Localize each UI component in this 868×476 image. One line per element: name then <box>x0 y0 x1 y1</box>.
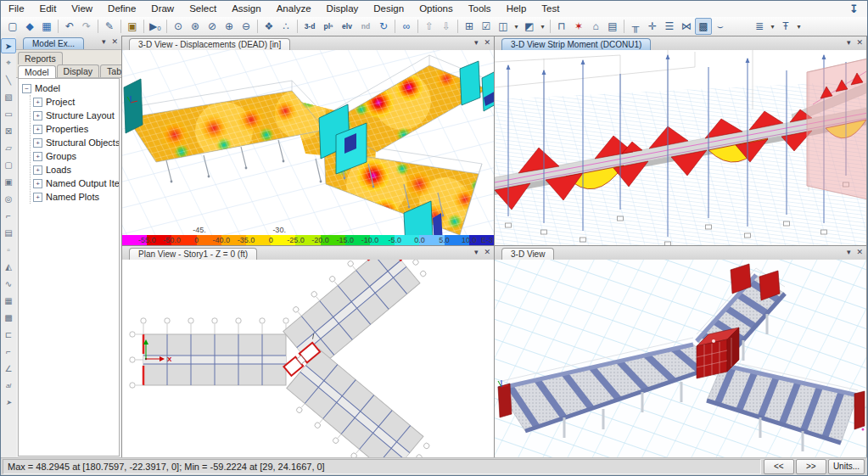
expand-icon[interactable]: + <box>33 193 42 202</box>
tendon-icon[interactable]: ⋈ <box>678 18 695 35</box>
model-3d-drawing[interactable] <box>495 260 866 457</box>
support-icon[interactable]: ╥ <box>627 18 644 35</box>
menu-tools[interactable]: Tools <box>461 1 499 17</box>
viewport-close-icon[interactable]: ✕ <box>484 38 490 47</box>
restore-full-view-icon[interactable]: ⊛ <box>187 18 204 35</box>
lock-model-icon[interactable]: ▣ <box>124 18 141 35</box>
previous-message-button[interactable]: << <box>764 459 794 474</box>
panel-close-icon[interactable]: ✕ <box>111 37 118 46</box>
section-designer-icon[interactable]: ⌣ <box>712 18 729 35</box>
viewport-close-icon[interactable]: ✕ <box>856 38 863 47</box>
strip-moment-canvas[interactable] <box>495 50 866 245</box>
model-explorer-tab[interactable]: Model Ex... <box>23 37 84 49</box>
view-3d-icon[interactable]: 3-d <box>300 18 319 35</box>
draw-area-icon[interactable]: ▱ <box>1 140 16 155</box>
quick-draw-point-icon[interactable]: ✶ <box>570 18 587 35</box>
next-message-button[interactable]: >> <box>796 459 826 474</box>
draw-pencil-icon[interactable]: ✎ <box>101 18 118 35</box>
object-model-view-icon[interactable]: ◫ <box>495 18 512 35</box>
draw-wall-icon[interactable]: ⌐ <box>1 208 16 223</box>
menu-edit[interactable]: Edit <box>32 1 64 17</box>
undo-icon[interactable]: ↶ <box>61 18 78 35</box>
show-top-face-icon[interactable]: ≣ <box>751 18 768 35</box>
viewport-menu-icon[interactable]: ▾ <box>847 38 851 47</box>
menu-test[interactable]: Test <box>534 1 567 17</box>
shrink-toggle-icon[interactable]: ⊞ <box>461 18 478 35</box>
tree-item[interactable]: + Groups <box>33 149 119 163</box>
view-elevation-icon[interactable]: elv <box>338 18 356 35</box>
menu-design[interactable]: Design <box>366 1 412 17</box>
tree-item[interactable]: + Structure Layout <box>33 109 119 122</box>
deselect-icon[interactable]: ⊠ <box>1 123 16 138</box>
corner-tool-icon[interactable]: ⌐ <box>1 344 16 359</box>
expand-icon[interactable]: + <box>33 179 42 188</box>
section-cut-icon[interactable]: ⊏ <box>1 327 16 342</box>
tree-item[interactable]: + Loads <box>33 163 119 176</box>
collapse-icon[interactable]: − <box>22 84 31 93</box>
menu-select[interactable]: Select <box>182 1 224 17</box>
menu-display[interactable]: Display <box>319 1 367 17</box>
plan-view-canvas[interactable]: X <box>122 260 494 457</box>
displacements-canvas[interactable]: -45. -30. -55.0-50.00-40.0-35.00-25.0-20… <box>122 50 494 245</box>
load-display-icon[interactable]: ☰ <box>661 18 678 35</box>
menu-options[interactable]: Options <box>412 1 461 17</box>
tree-item[interactable]: + Named Output Items <box>33 176 119 190</box>
pointer-small-icon[interactable]: ➤ <box>1 395 16 410</box>
reshape-object-icon[interactable]: ⌖ <box>1 55 16 70</box>
menu-view[interactable]: View <box>64 1 100 17</box>
move-down-list-icon[interactable]: ⇩ <box>438 18 455 35</box>
run-analysis-icon[interactable]: ▶₀ <box>147 18 164 35</box>
select-poly-icon[interactable]: ▧ <box>1 89 16 104</box>
point-assign-icon[interactable]: ✛ <box>644 18 661 35</box>
rotate-3d-view-icon[interactable]: ↻ <box>375 18 392 35</box>
menu-analyze[interactable]: Analyze <box>269 1 319 17</box>
tree-item[interactable]: + Project <box>33 95 119 109</box>
expand-icon[interactable]: + <box>33 138 42 148</box>
draw-line-icon[interactable]: ╲ <box>1 72 16 87</box>
tree-item[interactable]: + Structural Objects <box>33 136 119 149</box>
view-plan-icon[interactable]: plⁿ <box>319 18 338 35</box>
view-named-icon[interactable]: nd <box>356 18 375 35</box>
show-bottom-face-icon[interactable]: Ŧ <box>777 18 794 35</box>
panel-menu-icon[interactable]: ▾ <box>102 37 106 46</box>
expand-icon[interactable]: + <box>33 152 42 161</box>
assign-display-icon[interactable]: ◩ <box>521 18 538 35</box>
plan-view-drawing[interactable]: X <box>122 260 494 457</box>
draw-curve-icon[interactable]: ∿ <box>1 276 16 291</box>
expand-icon[interactable]: + <box>33 125 42 134</box>
tree-item[interactable]: + Named Plots <box>33 190 119 204</box>
viewport-displacements-tab[interactable]: 3-D View - Displacements (DEAD) [in] <box>129 38 290 50</box>
viewport-menu-icon[interactable]: ▾ <box>474 248 479 256</box>
menu-draw[interactable]: Draw <box>143 1 182 17</box>
tab-reports[interactable]: Reports <box>18 52 63 64</box>
viewport-close-icon[interactable]: ✕ <box>856 248 863 256</box>
rubber-band-zoom-icon[interactable]: ⊙ <box>170 18 187 35</box>
quick-draw-area-icon[interactable]: ▣ <box>1 174 16 189</box>
units-button[interactable]: Units... <box>828 459 865 474</box>
zoom-in-icon[interactable]: ⊕ <box>221 18 238 35</box>
strip-moment-drawing[interactable] <box>495 50 866 245</box>
tab-display[interactable]: Display <box>57 64 99 77</box>
tree-item[interactable]: + Properties <box>33 122 119 136</box>
object-view-dropdown-icon[interactable]: ▾ <box>512 18 521 35</box>
rendered-view-icon[interactable]: ▩ <box>695 18 712 35</box>
draw-floor-area-icon[interactable]: ⌂ <box>587 18 604 35</box>
show-top-dropdown-icon[interactable]: ▾ <box>768 18 777 35</box>
select-intersecting-icon[interactable]: ▭ <box>1 106 16 121</box>
expand-icon[interactable]: + <box>33 98 42 107</box>
move-up-list-icon[interactable]: ⇧ <box>421 18 438 35</box>
draw-rect-area-icon[interactable]: ▢ <box>1 157 16 172</box>
expand-icon[interactable]: + <box>33 111 42 120</box>
measure-line-icon[interactable]: ∴ <box>277 18 294 35</box>
viewport-strip-moment-tab[interactable]: 3-D View Strip Moment (DCONU1) <box>501 38 651 50</box>
menu-file[interactable]: File <box>1 1 32 17</box>
select-pointer-icon[interactable]: ➤ <box>1 38 16 53</box>
export-icon[interactable]: ↧ <box>841 1 867 17</box>
displacements-3d-drawing[interactable] <box>122 50 494 245</box>
expand-icon[interactable]: + <box>33 165 42 175</box>
draw-frame-icon[interactable]: ⊓ <box>553 18 570 35</box>
calculator-icon[interactable]: ▦ <box>1 293 16 308</box>
viewport-menu-icon[interactable]: ▾ <box>847 248 851 256</box>
quick-draw-wall-icon[interactable]: ▤ <box>1 225 16 240</box>
align-tool-icon[interactable]: al <box>1 378 16 393</box>
